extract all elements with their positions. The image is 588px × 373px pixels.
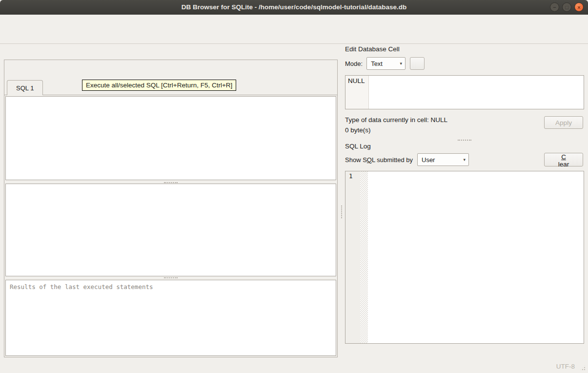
clear-log-button[interactable]: Clear <box>544 153 583 166</box>
log-filter-select[interactable]: User ▾ <box>417 153 469 166</box>
execute-sql-pane: SQL 1 Results of the last executed state… <box>4 60 338 357</box>
tooltip: Execute all/selected SQL [Ctrl+Return, F… <box>82 80 236 91</box>
cell-mode-row: Mode: Text ▾ <box>345 57 584 70</box>
titlebar[interactable]: DB Browser for SQLite - /home/user/code/… <box>0 0 588 15</box>
sql-log-header: SQL Log <box>345 141 584 150</box>
window-controls: −□× <box>550 2 584 12</box>
mode-select[interactable]: Text ▾ <box>366 57 406 70</box>
sql-editor[interactable] <box>5 96 336 180</box>
execution-status-pane[interactable]: Results of the last executed statements <box>5 280 336 356</box>
cell-value: NULL <box>348 77 365 84</box>
chevron-down-icon: ▾ <box>395 61 403 66</box>
menubar <box>0 15 588 26</box>
vertical-splitter-handle[interactable] <box>340 205 344 219</box>
encoding-label: UTF-8 <box>556 363 575 370</box>
maximize-button[interactable]: □ <box>562 2 571 12</box>
log-line-number: 1 <box>345 171 360 343</box>
resize-grip[interactable] <box>580 365 586 371</box>
right-dock: Edit Database Cell Mode: Text ▾ NULL Typ… <box>345 44 584 358</box>
log-fold-margin <box>360 171 368 343</box>
statusbar: UTF-8 <box>0 359 588 373</box>
splitter-handle[interactable] <box>4 276 337 279</box>
log-filter-label: Show SQL submitted by <box>345 156 413 164</box>
sql-log-title: SQL Log <box>345 143 371 150</box>
mode-label: Mode: <box>345 60 363 67</box>
sql-toolbar <box>4 60 337 79</box>
edit-cell-header: Edit Database Cell <box>345 44 584 53</box>
apply-button[interactable]: Apply <box>544 116 583 129</box>
bottom-tab-bar <box>345 345 584 358</box>
minimize-button[interactable]: − <box>550 2 559 12</box>
chevron-down-icon: ▾ <box>458 157 466 162</box>
sql-log-controls: Show SQL submitted by User ▾ Clear <box>345 152 584 167</box>
sql-editor-tab[interactable]: SQL 1 <box>7 80 43 95</box>
close-button[interactable]: × <box>574 2 584 12</box>
edit-cell-title: Edit Database Cell <box>345 45 400 53</box>
cell-info: Type of data currently in cell: NULL 0 b… <box>345 116 584 139</box>
auto-apply-button[interactable] <box>410 57 425 70</box>
mode-value: Text <box>371 60 383 67</box>
results-grid[interactable] <box>5 184 336 276</box>
sql-log-view[interactable]: 1 <box>345 171 584 344</box>
main-toolbar <box>0 26 588 44</box>
log-filter-value: User <box>422 156 435 164</box>
sql-tab-label: SQL 1 <box>16 84 34 92</box>
window-title: DB Browser for SQLite - /home/user/code/… <box>0 0 588 15</box>
cell-value-editor[interactable]: NULL <box>345 75 584 109</box>
